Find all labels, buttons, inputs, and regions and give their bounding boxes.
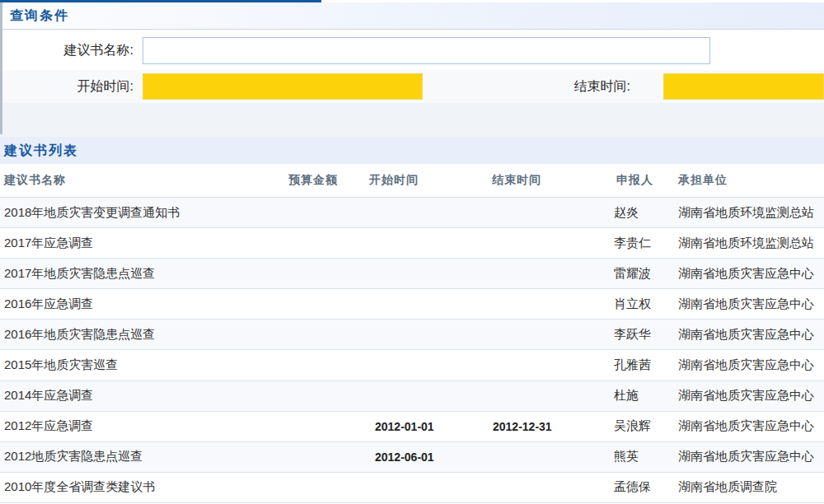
table-row[interactable]: 2012年应急调查2012-01-012012-12-31吴浪辉湖南省地质灾害应… — [0, 412, 824, 442]
cell-applicant: 李跃华 — [612, 327, 674, 343]
cell-applicant: 熊英 — [612, 449, 674, 464]
cell-unit: 湖南省地质灾害应急中心 — [674, 357, 824, 373]
cell-name: 2017年地质灾害隐患点巡查 — [0, 266, 284, 282]
end-time-input[interactable] — [663, 73, 824, 100]
proposal-name-label: 建议书名称: — [0, 42, 133, 59]
start-time-label: 开始时间: — [0, 78, 133, 96]
cell-name: 2016年应急调查 — [0, 296, 284, 312]
table-row[interactable]: 2016年应急调查肖立权湖南省地质灾害应急中心 — [0, 289, 824, 320]
cell-name: 2012地质灾害隐患点巡查 — [0, 449, 284, 464]
column-header-end: 结束时间 — [488, 173, 612, 188]
column-header-name: 建议书名称 — [0, 173, 284, 188]
cell-unit: 湖南省地质灾害应急中心 — [674, 266, 824, 282]
cell-name: 2015年地质灾害巡查 — [0, 357, 284, 373]
panel-left-accent — [0, 0, 2, 134]
cell-applicant: 吴浪辉 — [612, 418, 674, 434]
cell-name: 2018年地质灾害变更调查通知书 — [0, 205, 284, 221]
table-body: 2018年地质灾害变更调查通知书赵炎湖南省地质环境监测总站2017年应急调查李贵… — [0, 198, 824, 503]
cell-unit: 湖南省地质灾害应急中心 — [674, 418, 824, 434]
cell-applicant: 李贵仁 — [612, 236, 674, 251]
cell-unit: 湖南省地质灾害应急中心 — [674, 388, 824, 404]
table-row[interactable]: 2018年地质灾害变更调查通知书赵炎湖南省地质环境监测总站 — [0, 198, 824, 228]
cell-unit: 湖南省地质调查院 — [674, 479, 824, 495]
table-row[interactable]: 2017年地质灾害隐患点巡查雷耀波湖南省地质灾害应急中心 — [0, 259, 824, 289]
column-header-applicant: 申报人 — [612, 173, 674, 188]
cell-applicant: 杜施 — [612, 388, 674, 404]
table-row[interactable]: 2017年应急调查李贵仁湖南省地质环境监测总站 — [0, 228, 824, 259]
proposal-name-row: 建议书名称: — [0, 30, 824, 70]
cell-start: 2012-06-01 — [365, 450, 488, 464]
cell-name: 2012年应急调查 — [0, 418, 284, 434]
proposal-table: 建议书名称 预算金额 开始时间 结束时间 申报人 承担单位 2018年地质灾害变… — [0, 164, 824, 504]
cell-applicant: 孟德保 — [612, 479, 674, 495]
page: 查询条件 建议书名称: 开始时间: 结束时间: 建议书列表 建议书名称 预算金额… — [0, 0, 824, 504]
panel-top-accent — [0, 0, 321, 2]
cell-unit: 湖南省地质环境监测总站 — [674, 205, 824, 221]
table-row[interactable]: 2016年地质灾害隐患点巡查李跃华湖南省地质灾害应急中心 — [0, 320, 824, 350]
cell-unit: 湖南省地质灾害应急中心 — [674, 449, 824, 464]
cell-unit: 湖南省地质灾害应急中心 — [674, 327, 824, 343]
list-panel-title: 建议书列表 — [0, 137, 824, 164]
cell-end: 2012-12-31 — [488, 420, 612, 433]
cell-name: 2017年应急调查 — [0, 236, 284, 251]
cell-start: 2012-01-01 — [365, 420, 488, 433]
query-panel-title: 查询条件 — [0, 2, 824, 30]
table-row[interactable]: 2015年地质灾害巡查孔雅茜湖南省地质灾害应急中心 — [0, 350, 824, 380]
column-header-unit: 承担单位 — [674, 173, 824, 188]
cell-name: 2016年地质灾害隐患点巡查 — [0, 327, 284, 343]
cell-unit: 湖南省地质环境监测总站 — [674, 236, 824, 251]
cell-applicant: 赵炎 — [612, 205, 674, 221]
end-time-label: 结束时间: — [423, 78, 630, 96]
start-time-input[interactable] — [143, 73, 423, 100]
proposal-name-input[interactable] — [143, 37, 710, 64]
cell-name: 2010年度全省调查类建议书 — [0, 479, 284, 495]
table-header-row: 建议书名称 预算金额 开始时间 结束时间 申报人 承担单位 — [0, 164, 824, 198]
query-panel-footer-band — [0, 103, 824, 137]
cell-applicant: 孔雅茜 — [612, 357, 674, 373]
cell-applicant: 雷耀波 — [612, 266, 674, 282]
table-row[interactable]: 2012地质灾害隐患点巡查2012-06-01熊英湖南省地质灾害应急中心 — [0, 442, 824, 473]
column-header-start: 开始时间 — [365, 173, 488, 188]
table-row[interactable]: 2014年应急调查杜施湖南省地质灾害应急中心 — [0, 381, 824, 412]
cell-applicant: 肖立权 — [612, 296, 674, 312]
cell-name: 2014年应急调查 — [0, 388, 284, 404]
column-header-budget: 预算金额 — [284, 173, 365, 188]
table-row[interactable]: 2010年度全省调查类建议书孟德保湖南省地质调查院 — [0, 473, 824, 503]
time-range-row: 开始时间: 结束时间: — [0, 70, 824, 103]
cell-unit: 湖南省地质灾害应急中心 — [674, 296, 824, 312]
